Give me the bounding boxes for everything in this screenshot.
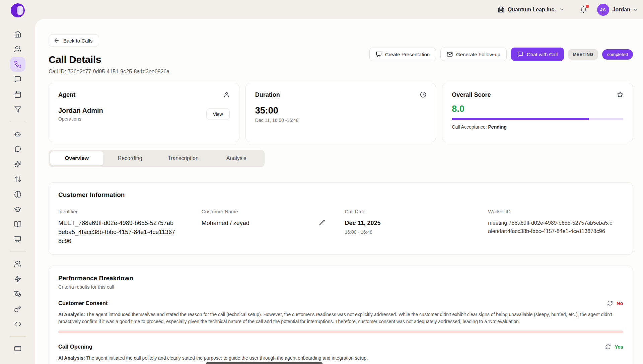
bottom-partial-bar: [206, 362, 323, 364]
sidebar-item-sparkles[interactable]: [11, 158, 24, 170]
identifier-label: Identifier: [58, 209, 194, 214]
key-icon: [14, 305, 21, 313]
create-presentation-label: Create Presentation: [385, 52, 430, 57]
page-header: Back to Calls Call Details Call ID: 736e…: [49, 34, 633, 75]
sidebar-item-brain[interactable]: [11, 188, 24, 200]
agent-name: Jordan Admin: [58, 107, 103, 115]
sidebar-item-bot[interactable]: [11, 128, 24, 140]
phone-icon: [14, 61, 21, 68]
tab-analysis[interactable]: Analysis: [210, 151, 263, 165]
sidebar-item-messages[interactable]: [11, 73, 24, 85]
sidebar-item-chat[interactable]: [11, 143, 24, 155]
duration-range: Dec 11, 16:00 -16:48: [255, 118, 427, 123]
call-acceptance-label: Call Acceptance:: [452, 124, 487, 130]
ai-analysis-label: AI Analysis:: [58, 355, 85, 361]
tab-overview[interactable]: Overview: [50, 151, 103, 165]
star-icon: [617, 91, 623, 98]
ai-analysis-text: The agent initiated the call politely an…: [85, 355, 368, 361]
sidebar-item-training[interactable]: [11, 203, 24, 215]
criterion-analysis: AI Analysis: The agent introduced themse…: [58, 311, 623, 325]
org-switcher[interactable]: Quantum Leap Inc.: [498, 6, 565, 13]
tab-recording[interactable]: Recording: [103, 151, 157, 165]
performance-title: Performance Breakdown: [58, 275, 623, 282]
generate-followup-label: Generate Follow-up: [456, 52, 500, 57]
performance-breakdown-card: Performance Breakdown Criteria results f…: [49, 266, 633, 364]
sidebar-item-transfers[interactable]: [11, 173, 24, 185]
credit-card-icon: [14, 345, 21, 352]
performance-subtitle: Criteria results for this call: [58, 284, 623, 290]
refresh-icon[interactable]: [605, 344, 611, 350]
sidebar-item-calendar[interactable]: [11, 88, 24, 100]
call-id: Call ID: 736e2c77-9d05-4151-9c25-8a1d3ee…: [49, 69, 633, 75]
sidebar-item-users[interactable]: [11, 258, 24, 270]
sidebar-item-filters[interactable]: [11, 103, 24, 116]
worker-id-label: Worker ID: [488, 209, 623, 214]
call-time-value: 16:00 - 16:48: [345, 229, 480, 235]
clock-icon: [420, 91, 426, 98]
org-name: Quantum Leap Inc.: [508, 7, 556, 13]
criterion-score-bar: [58, 331, 623, 333]
detail-tabs: Overview Recording Transcription Analysi…: [49, 150, 265, 167]
sidebar-item-access-keys[interactable]: [11, 303, 24, 315]
topbar: Quantum Leap Inc. JA Jordan: [35, 0, 643, 19]
back-to-calls-button[interactable]: Back to Calls: [49, 34, 99, 47]
identifier-value: MEET_788a69ff-d02e-4989-b655-52757ab5eba…: [58, 219, 176, 246]
book-open-icon: [14, 221, 21, 228]
sidebar-item-billing[interactable]: [11, 343, 24, 355]
header-actions: Create Presentation Generate Follow-up C…: [369, 48, 633, 61]
meeting-type-badge: MEETING: [568, 49, 597, 60]
status-badge: completed: [602, 49, 633, 60]
tab-transcription[interactable]: Transcription: [157, 151, 210, 165]
sidebar-item-presentations[interactable]: [11, 233, 24, 245]
sidebar-item-team[interactable]: [11, 43, 24, 55]
sparkles-icon: [14, 160, 21, 168]
zap-icon: [14, 275, 21, 283]
sidebar-item-design[interactable]: [11, 288, 24, 300]
user-name[interactable]: Jordan: [613, 7, 630, 13]
worker-id-field: Worker ID meeting:788a69ff-d02e-4989-b65…: [488, 209, 623, 246]
building-icon: [498, 6, 505, 13]
chevron-down-icon[interactable]: [633, 7, 638, 12]
brain-icon: [14, 191, 21, 198]
overall-score-card: Overall Score 8.0 Call Acceptance: Pendi…: [442, 83, 633, 142]
customer-name-value: Mohamed / zeyad: [202, 219, 249, 228]
generate-followup-button[interactable]: Generate Follow-up: [440, 48, 507, 61]
presentation-icon: [14, 236, 21, 243]
worker-id-value: meeting:788a69ff-d02e-4989-b655-52757ab5…: [488, 219, 613, 236]
filter-icon: [14, 106, 21, 113]
sidebar-divider: [10, 122, 26, 122]
criterion-name: Call Opening: [58, 344, 92, 350]
sidebar-item-automations[interactable]: [11, 273, 24, 285]
sidebar-divider: [10, 336, 26, 337]
agent-card: Agent Jordan Admin Operations View: [49, 83, 239, 142]
chat-with-call-button[interactable]: Chat with Call: [511, 48, 564, 61]
score-progress-track: [452, 118, 623, 120]
customer-name-label: Customer Name: [202, 209, 337, 214]
app-logo[interactable]: [11, 3, 25, 17]
chat-with-call-label: Chat with Call: [527, 52, 558, 57]
create-presentation-button[interactable]: Create Presentation: [369, 48, 436, 61]
code-icon: [14, 320, 21, 328]
sidebar-item-developer[interactable]: [11, 318, 24, 330]
message-circle-icon: [14, 145, 21, 153]
sidebar-item-knowledge[interactable]: [11, 218, 24, 230]
call-date-value: Dec 11, 2025: [345, 219, 480, 228]
view-agent-button[interactable]: View: [206, 108, 230, 120]
sidebar-item-calls[interactable]: [10, 57, 25, 72]
back-button-label: Back to Calls: [63, 38, 93, 44]
notifications-button[interactable]: [580, 6, 587, 13]
home-icon: [14, 30, 21, 38]
sidebar-item-home[interactable]: [11, 28, 24, 40]
mail-icon: [447, 51, 453, 57]
stat-cards: Agent Jordan Admin Operations View Durat…: [49, 83, 633, 142]
score-card-title: Overall Score: [452, 91, 491, 98]
avatar[interactable]: JA: [597, 4, 609, 16]
main-panel: Back to Calls Call Details Call ID: 736e…: [35, 19, 643, 364]
refresh-icon[interactable]: [607, 300, 613, 306]
criterion-customer-consent: Customer Consent No AI Analysis: The age…: [58, 300, 623, 333]
user-icon: [223, 91, 230, 98]
presentation-icon: [376, 51, 382, 57]
edit-pencil-icon[interactable]: [319, 219, 326, 226]
criterion-result: Yes: [615, 344, 623, 350]
calendar-icon: [14, 91, 21, 98]
